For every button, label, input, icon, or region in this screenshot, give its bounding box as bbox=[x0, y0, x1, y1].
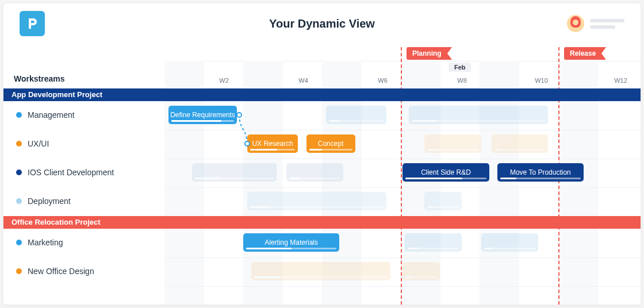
task-progress bbox=[171, 120, 234, 122]
milestone-line bbox=[401, 47, 402, 305]
dependency-dot-icon bbox=[244, 141, 250, 147]
task-progress bbox=[254, 276, 388, 278]
workstream-text: IOS Client Development bbox=[28, 168, 114, 177]
task-bar[interactable]: Concept bbox=[306, 134, 355, 153]
task-progress bbox=[405, 276, 437, 278]
week-header: W4 bbox=[283, 74, 323, 88]
week-header: W8 bbox=[442, 74, 482, 88]
workstream-text: Deployment bbox=[28, 197, 71, 206]
task-bar-ghost[interactable] bbox=[492, 134, 549, 153]
task-progress bbox=[427, 149, 478, 151]
milestone-flag[interactable]: Planning bbox=[407, 47, 447, 60]
task-bar-ghost[interactable] bbox=[286, 163, 343, 182]
task-progress bbox=[500, 178, 581, 179]
week-header: W2 bbox=[204, 74, 244, 88]
workstream-dot-icon bbox=[16, 198, 22, 204]
section-band: Office Relocation Project bbox=[3, 216, 641, 229]
task-bar-ghost[interactable] bbox=[251, 262, 391, 280]
task-bar-ghost[interactable] bbox=[247, 192, 387, 210]
workstream-dot-icon bbox=[16, 112, 22, 118]
page-title: Your Dynamic View bbox=[269, 17, 375, 30]
milestone-flag[interactable]: Release bbox=[564, 47, 601, 60]
task-bar-ghost[interactable] bbox=[424, 192, 462, 210]
task-progress bbox=[309, 149, 352, 151]
month-chip: Feb bbox=[448, 63, 471, 72]
avatar[interactable] bbox=[567, 15, 584, 32]
task-bar-ghost[interactable] bbox=[402, 262, 440, 280]
task-bar[interactable]: Alerting Materials bbox=[243, 233, 339, 252]
workstream-text: New Office Design bbox=[28, 267, 94, 276]
task-progress bbox=[329, 120, 384, 122]
task-bar[interactable]: Define Requirements bbox=[168, 106, 237, 124]
workstream-label[interactable]: IOS Client Development bbox=[3, 159, 164, 186]
task-bar-ghost[interactable] bbox=[326, 106, 387, 124]
task-progress bbox=[250, 149, 295, 151]
workstream-label[interactable]: Deployment bbox=[3, 187, 164, 215]
workstream-label[interactable]: UX/UI bbox=[3, 130, 164, 157]
workstream-label[interactable]: New Office Design bbox=[3, 257, 164, 285]
task-progress bbox=[246, 248, 336, 249]
task-bar[interactable]: Client Side R&D bbox=[402, 163, 489, 182]
user-placeholder bbox=[590, 19, 624, 29]
workstream-dot-icon bbox=[16, 240, 22, 245]
task-progress bbox=[405, 178, 486, 179]
task-progress bbox=[408, 248, 459, 249]
task-progress bbox=[289, 178, 340, 179]
task-label: Client Side R&D bbox=[421, 168, 471, 176]
task-bar-ghost[interactable] bbox=[409, 106, 549, 124]
week-header: W6 bbox=[363, 74, 402, 88]
workstream-dot-icon bbox=[16, 170, 22, 175]
workstream-label[interactable]: Marketing bbox=[3, 229, 164, 256]
task-label: UX Research bbox=[252, 140, 293, 148]
task-bar[interactable]: Move To Production bbox=[497, 163, 584, 182]
workstream-text: Management bbox=[28, 110, 75, 120]
week-header: W10 bbox=[522, 74, 561, 88]
sidebar-header: Workstreams bbox=[3, 61, 164, 88]
workstream-dot-icon bbox=[16, 268, 22, 274]
task-bar-ghost[interactable] bbox=[424, 134, 481, 153]
task-progress bbox=[195, 178, 274, 179]
workstream-label[interactable]: Management bbox=[3, 101, 164, 129]
task-progress bbox=[494, 149, 546, 151]
task-bar-ghost[interactable] bbox=[192, 163, 277, 182]
workstream-text: Marketing bbox=[28, 238, 63, 247]
task-progress bbox=[412, 120, 546, 122]
task-bar-ghost[interactable] bbox=[405, 233, 462, 252]
task-progress bbox=[250, 206, 384, 208]
task-progress bbox=[484, 248, 535, 249]
app-logo[interactable] bbox=[20, 11, 45, 36]
workstream-dot-icon bbox=[16, 141, 22, 147]
task-label: Move To Production bbox=[510, 168, 571, 176]
section-band: App Development Project bbox=[3, 88, 641, 101]
task-bar-ghost[interactable] bbox=[481, 233, 538, 252]
task-label: Alerting Materials bbox=[264, 238, 318, 247]
task-label: Concept bbox=[318, 140, 344, 148]
week-header: W12 bbox=[601, 74, 641, 88]
logo-p-icon bbox=[25, 17, 39, 30]
task-bar[interactable]: UX Research bbox=[247, 134, 298, 153]
workstream-text: UX/UI bbox=[28, 139, 49, 148]
task-label: Define Requirements bbox=[170, 111, 235, 119]
task-progress bbox=[427, 206, 459, 208]
